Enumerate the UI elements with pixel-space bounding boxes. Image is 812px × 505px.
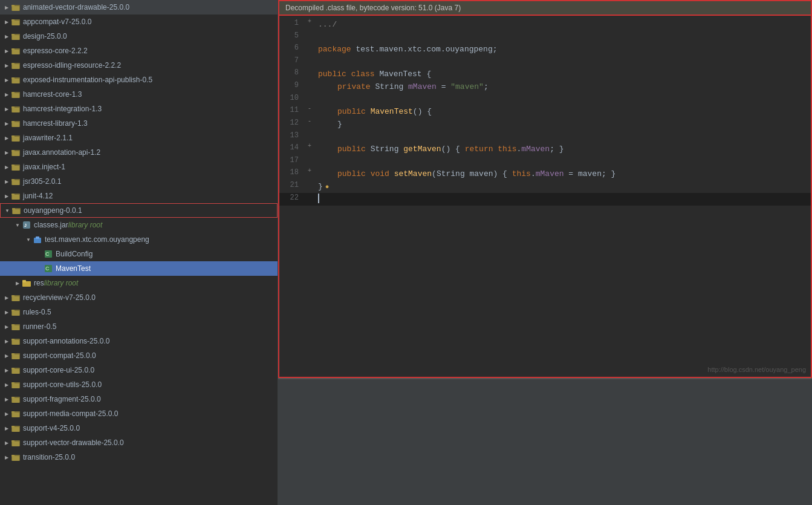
svg-rect-72 (12, 369, 19, 374)
sidebar-item-animated-vector-drawable[interactable]: ▶animated-vector-drawable-25.0.0 (0, 0, 278, 15)
line-content-6: package test.maven.xtc.com.ouyangpeng; (316, 43, 811, 56)
tree-arrow-exposed-instrumentation[interactable]: ▶ (2, 77, 11, 83)
fold-btn-14[interactable]: + (304, 143, 316, 149)
tree-arrow-hamcrest-integration[interactable]: ▶ (2, 106, 11, 112)
tree-icon-jsr305 (11, 177, 21, 186)
sidebar-item-exposed-instrumentation[interactable]: ▶exposed-instrumentation-api-publish-0.5 (0, 73, 278, 87)
tree-label-espresso-idling: espresso-idling-resource-2.2.2 (23, 61, 121, 70)
code-line-11: 11 - public MavenTest() { (279, 105, 811, 118)
sidebar-item-design[interactable]: ▶design-25.0.0 (0, 29, 278, 44)
sidebar-item-hamcrest-integration[interactable]: ▶hamcrest-integration-1.3 (0, 102, 278, 116)
code-line-21: 21 }● (279, 180, 811, 193)
tree-arrow-support-compat[interactable]: ▶ (2, 353, 11, 359)
sidebar-item-support-core-utils[interactable]: ▶support-core-utils-25.0.0 (0, 377, 278, 392)
tree-arrow-support-fragment[interactable]: ▶ (2, 397, 11, 402)
tree-icon-hamcrest-core (11, 90, 21, 99)
tree-arrow-appcompat-v7[interactable]: ▶ (2, 19, 11, 25)
tree-arrow-support-media-compat[interactable]: ▶ (2, 411, 11, 417)
tree-arrow-recyclerview-v7[interactable]: ▶ (2, 295, 11, 301)
sidebar-item-recyclerview-v7[interactable]: ▶recyclerview-v7-25.0.0 (0, 290, 278, 305)
code-line-13: 13 (279, 131, 811, 143)
tree-icon-design (11, 31, 21, 41)
svg-rect-48 (36, 236, 39, 239)
tree-arrow-javax-annotation[interactable]: ▶ (2, 150, 11, 155)
svg-rect-60 (12, 311, 19, 316)
sidebar-item-support-v4[interactable]: ▶support-v4-25.0.0 (0, 421, 278, 435)
tree-arrow-support-core-ui[interactable]: ▶ (2, 368, 11, 373)
sidebar-item-res[interactable]: ▶res library root (0, 276, 278, 290)
tree-arrow-transition[interactable]: ▶ (2, 455, 11, 460)
sidebar-item-support-fragment[interactable]: ▶support-fragment-25.0.0 (0, 392, 278, 406)
tree-arrow-javax-inject[interactable]: ▶ (2, 165, 11, 170)
tree-label-support-annotations: support-annotations-25.0.0 (23, 337, 109, 345)
sidebar-item-ouyangpeng[interactable]: ▼ouyangpeng-0.0.1 (0, 203, 278, 218)
line-content-11: public MavenTest() { (316, 105, 811, 118)
tree-arrow-hamcrest-core[interactable]: ▶ (2, 92, 11, 97)
line-content-1: .../ (316, 18, 811, 31)
tree-arrow-ouyangpeng[interactable]: ▼ (3, 208, 11, 213)
sidebar-item-hamcrest-library[interactable]: ▶hamcrest-library-1.3 (0, 116, 278, 131)
sidebar-item-javawriter[interactable]: ▶javawriter-2.1.1 (0, 131, 278, 145)
tree-icon-test-maven-pkg (33, 235, 42, 244)
sidebar-item-espresso-core[interactable]: ▶espresso-core-2.2.2 (0, 44, 278, 58)
sidebar-item-javax-annotation[interactable]: ▶javax.annotation-api-1.2 (0, 145, 278, 160)
tree-icon-hamcrest-library (11, 119, 21, 128)
svg-rect-84 (12, 427, 19, 432)
sidebar-item-runner[interactable]: ▶runner-0.5 (0, 319, 278, 334)
tree-label-support-vector-drawable: support-vector-drawable-25.0.0 (23, 438, 124, 447)
sidebar-item-rules[interactable]: ▶rules-0.5 (0, 305, 278, 319)
tree-arrow-junit[interactable]: ▶ (2, 194, 11, 199)
tree-arrow-test-maven-pkg[interactable]: ▼ (24, 237, 33, 243)
line-content-21: }● (316, 180, 811, 193)
tree-label-hamcrest-integration: hamcrest-integration-1.3 (23, 105, 102, 113)
tree-arrow-runner[interactable]: ▶ (2, 324, 11, 330)
tree-arrow-rules[interactable]: ▶ (2, 310, 11, 315)
sidebar-item-MavenTest[interactable]: CMavenTest (0, 261, 278, 276)
sidebar-item-support-vector-drawable[interactable]: ▶support-vector-drawable-25.0.0 (0, 435, 278, 450)
tree-arrow-support-annotations[interactable]: ▶ (2, 339, 11, 344)
svg-rect-14 (12, 64, 19, 69)
sidebar-item-hamcrest-core[interactable]: ▶hamcrest-core-1.3 (0, 87, 278, 102)
tree-label-animated-vector-drawable: animated-vector-drawable-25.0.0 (23, 3, 129, 11)
tree-label-MavenTest: MavenTest (56, 264, 91, 273)
sidebar-item-test-maven-pkg[interactable]: ▼test.maven.xtc.com.ouyangpeng (0, 232, 278, 247)
sidebar-item-classes-jar[interactable]: ▼Jclasses.jar library root (0, 218, 278, 232)
tree-arrow-jsr305[interactable]: ▶ (2, 179, 11, 184)
tree-label-support-core-ui: support-core-ui-25.0.0 (23, 366, 94, 374)
sidebar-item-BuildConfig[interactable]: CBuildConfig (0, 247, 278, 261)
tree-arrow-support-vector-drawable[interactable]: ▶ (2, 440, 11, 446)
code-line-10: 10 (279, 93, 811, 105)
line-content-18: public void setMaven(String maven) { thi… (316, 168, 811, 180)
code-line-8: 8 public class MavenTest { (279, 68, 811, 80)
tree-arrow-animated-vector-drawable[interactable]: ▶ (2, 5, 11, 10)
sidebar-item-appcompat-v7[interactable]: ▶appcompat-v7-25.0.0 (0, 15, 278, 29)
sidebar-item-javax-inject[interactable]: ▶javax.inject-1 (0, 160, 278, 174)
tree-arrow-support-core-utils[interactable]: ▶ (2, 382, 11, 388)
sidebar-item-transition[interactable]: ▶transition-25.0.0 (0, 450, 278, 464)
line-num-13: 13 (279, 131, 304, 140)
tree-arrow-design[interactable]: ▶ (2, 34, 11, 39)
fold-btn-11[interactable]: - (304, 105, 316, 112)
sidebar-item-jsr305[interactable]: ▶jsr305-2.0.1 (0, 174, 278, 189)
fold-btn-12[interactable]: - (304, 118, 316, 125)
line-content-22 (316, 193, 811, 206)
tree-arrow-classes-jar[interactable]: ▼ (13, 223, 22, 228)
tree-arrow-support-v4[interactable]: ▶ (2, 426, 11, 431)
tree-arrow-espresso-idling[interactable]: ▶ (2, 63, 11, 68)
tree-arrow-espresso-core[interactable]: ▶ (2, 48, 11, 54)
sidebar-item-support-compat[interactable]: ▶support-compat-25.0.0 (0, 348, 278, 363)
tree-arrow-hamcrest-library[interactable]: ▶ (2, 121, 11, 126)
tree-icon-support-fragment (11, 394, 21, 404)
sidebar-item-junit[interactable]: ▶junit-4.12 (0, 189, 278, 203)
svg-rect-41 (12, 195, 19, 200)
fold-btn-18[interactable]: + (304, 168, 316, 174)
code-editor[interactable]: 1 + .../ 5 6 package test.maven.xtc.com.… (278, 16, 812, 378)
sidebar-item-support-core-ui[interactable]: ▶support-core-ui-25.0.0 (0, 363, 278, 377)
tree-icon-javawriter (11, 133, 21, 143)
sidebar-item-support-media-compat[interactable]: ▶support-media-compat-25.0.0 (0, 406, 278, 421)
sidebar-item-support-annotations[interactable]: ▶support-annotations-25.0.0 (0, 334, 278, 348)
sidebar-item-espresso-idling[interactable]: ▶espresso-idling-resource-2.2.2 (0, 58, 278, 73)
tree-arrow-res[interactable]: ▶ (13, 281, 22, 286)
tree-arrow-javawriter[interactable]: ▶ (2, 135, 11, 141)
fold-btn-1[interactable]: + (304, 18, 316, 25)
